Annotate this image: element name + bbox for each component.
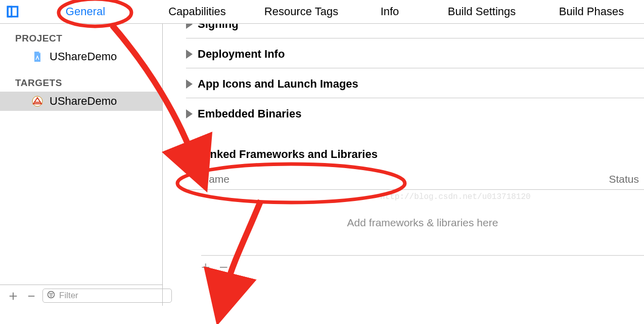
- svg-rect-6: [50, 295, 53, 295]
- section-title: App Icons and Launch Images: [198, 77, 358, 91]
- column-name: Name: [201, 173, 229, 185]
- tabs: General Capabilities Resource Tags Info …: [22, 5, 644, 18]
- document-outline-icon[interactable]: [6, 5, 19, 18]
- app-target-icon: [31, 95, 43, 107]
- root: General Capabilities Resource Tags Info …: [0, 0, 644, 324]
- section-signing: Signing: [186, 24, 644, 38]
- tab-capabilities[interactable]: Capabilities: [149, 5, 246, 18]
- table-header-row: Name Status: [186, 169, 644, 190]
- filter-input[interactable]: [58, 290, 167, 301]
- add-framework-button[interactable]: +: [201, 260, 210, 275]
- disclosure-triangle-icon[interactable]: [186, 50, 193, 59]
- filter-scope-icon: [47, 290, 55, 301]
- tab-info[interactable]: Info: [357, 5, 423, 18]
- editor-tab-bar: General Capabilities Resource Tags Info …: [0, 0, 644, 24]
- section-title: Deployment Info: [198, 48, 285, 61]
- remove-target-button[interactable]: －: [24, 289, 35, 303]
- xcodeproj-icon: [31, 51, 43, 63]
- tab-build-phases[interactable]: Build Phases: [541, 5, 642, 18]
- section-embedded-binaries: Embedded Binaries: [186, 98, 644, 128]
- disclosure-triangle-icon[interactable]: [186, 24, 193, 29]
- editor-pane: Signing Deployment Info App Icons and La…: [163, 24, 644, 306]
- disclosure-triangle-icon[interactable]: [186, 109, 193, 118]
- linked-frameworks-table: Name Status Add frameworks & libraries h…: [186, 169, 644, 275]
- svg-rect-0: [8, 7, 18, 17]
- section-title: Embedded Binaries: [198, 107, 301, 120]
- project-item-label: UShareDemo: [50, 50, 117, 63]
- disclosure-triangle-icon[interactable]: [186, 79, 193, 89]
- section-linked-frameworks: Linked Frameworks and Libraries Name Sta…: [186, 128, 644, 282]
- svg-rect-1: [8, 7, 12, 17]
- table-empty-placeholder: Add frameworks & libraries here: [201, 190, 644, 256]
- target-item-label: UShareDemo: [50, 95, 117, 108]
- tab-general[interactable]: General: [22, 5, 149, 18]
- tab-build-settings[interactable]: Build Settings: [423, 5, 541, 18]
- remove-framework-button[interactable]: −: [219, 260, 228, 275]
- target-item[interactable]: UShareDemo: [0, 92, 162, 111]
- project-heading: PROJECT: [0, 24, 162, 47]
- section-title: Linked Frameworks and Libraries: [200, 148, 378, 161]
- column-status: Status: [609, 173, 639, 185]
- section-deployment-info: Deployment Info: [186, 38, 644, 68]
- sidebar-footer: ＋ －: [0, 285, 162, 306]
- svg-rect-7: [51, 296, 52, 297]
- section-app-icons: App Icons and Launch Images: [186, 68, 644, 98]
- section-title: Signing: [198, 24, 239, 31]
- targets-heading: TARGETS: [0, 66, 162, 92]
- disclosure-triangle-icon[interactable]: [186, 152, 195, 159]
- project-item[interactable]: UShareDemo: [0, 47, 162, 66]
- svg-rect-5: [49, 293, 53, 294]
- project-navigator: PROJECT UShareDemo TARGETS UShareDemo ＋ …: [0, 24, 163, 306]
- filter-field[interactable]: [42, 289, 172, 303]
- table-footer-buttons: + −: [186, 256, 644, 275]
- tab-resource-tags[interactable]: Resource Tags: [246, 5, 357, 18]
- add-target-button[interactable]: ＋: [6, 289, 17, 303]
- body-columns: PROJECT UShareDemo TARGETS UShareDemo ＋ …: [0, 24, 644, 306]
